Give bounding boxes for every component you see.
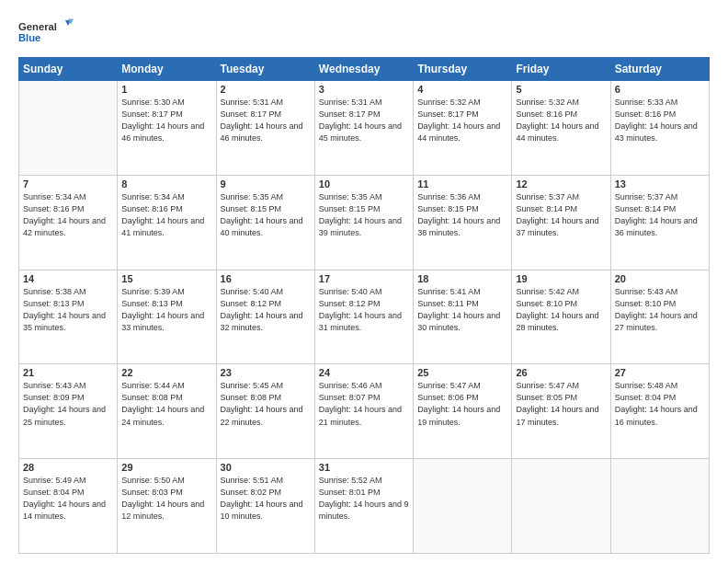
day-number: 6 [615, 84, 705, 95]
day-info: Sunrise: 5:44 AM Sunset: 8:08 PM Dayligh… [121, 380, 211, 428]
daylight: Daylight: 14 hours and 40 minutes. [221, 216, 303, 237]
day-number: 19 [516, 273, 606, 284]
sunrise: Sunrise: 5:43 AM [615, 287, 678, 296]
sunrise: Sunrise: 5:40 AM [319, 287, 382, 296]
sunset: Sunset: 8:15 PM [417, 204, 479, 213]
day-number: 3 [319, 84, 409, 95]
logo: General Blue [18, 15, 74, 48]
sunrise: Sunrise: 5:42 AM [516, 287, 579, 296]
calendar-cell [512, 459, 610, 554]
day-info: Sunrise: 5:38 AM Sunset: 8:13 PM Dayligh… [23, 286, 113, 334]
calendar-cell: 31 Sunrise: 5:52 AM Sunset: 8:01 PM Dayl… [314, 459, 413, 554]
day-number: 26 [516, 367, 606, 378]
sunrise: Sunrise: 5:40 AM [221, 287, 284, 296]
day-number: 14 [23, 273, 113, 284]
sunrise: Sunrise: 5:31 AM [221, 98, 284, 107]
sunset: Sunset: 8:04 PM [23, 488, 85, 497]
sunset: Sunset: 8:14 PM [615, 204, 677, 213]
sunrise: Sunrise: 5:32 AM [516, 98, 579, 107]
daylight: Daylight: 14 hours and 37 minutes. [516, 216, 598, 237]
day-info: Sunrise: 5:41 AM Sunset: 8:11 PM Dayligh… [417, 286, 507, 334]
svg-text:General: General [18, 21, 57, 32]
sunrise: Sunrise: 5:35 AM [221, 192, 284, 201]
logo-svg: General Blue [18, 15, 74, 48]
calendar-week-row: 7 Sunrise: 5:34 AM Sunset: 8:16 PM Dayli… [19, 175, 710, 270]
daylight: Daylight: 14 hours and 25 minutes. [23, 405, 106, 426]
calendar-cell: 16 Sunrise: 5:40 AM Sunset: 8:12 PM Dayl… [216, 270, 314, 364]
sunrise: Sunrise: 5:47 AM [516, 381, 579, 390]
day-number: 18 [417, 273, 507, 284]
sunrise: Sunrise: 5:37 AM [615, 192, 678, 201]
calendar-week-row: 28 Sunrise: 5:49 AM Sunset: 8:04 PM Dayl… [19, 459, 710, 554]
day-info: Sunrise: 5:37 AM Sunset: 8:14 PM Dayligh… [516, 191, 606, 239]
daylight: Daylight: 14 hours and 42 minutes. [23, 216, 106, 237]
sunrise: Sunrise: 5:38 AM [23, 287, 86, 296]
calendar-cell: 14 Sunrise: 5:38 AM Sunset: 8:13 PM Dayl… [19, 270, 118, 364]
sunset: Sunset: 8:16 PM [615, 109, 677, 119]
daylight: Daylight: 14 hours and 9 minutes. [319, 500, 409, 521]
daylight: Daylight: 14 hours and 24 minutes. [121, 405, 204, 426]
day-number: 29 [121, 462, 211, 473]
daylight: Daylight: 14 hours and 46 minutes. [221, 121, 303, 143]
day-number: 11 [417, 178, 507, 190]
calendar-cell: 15 Sunrise: 5:39 AM Sunset: 8:13 PM Dayl… [118, 270, 216, 364]
day-number: 31 [319, 462, 409, 473]
header: General Blue [18, 15, 710, 48]
sunset: Sunset: 8:14 PM [516, 204, 577, 213]
day-number: 23 [221, 367, 311, 378]
weekday-header-thursday: Thursday [414, 58, 512, 81]
calendar-cell: 23 Sunrise: 5:45 AM Sunset: 8:08 PM Dayl… [216, 364, 314, 459]
calendar-cell: 30 Sunrise: 5:51 AM Sunset: 8:02 PM Dayl… [216, 459, 314, 554]
calendar-cell: 26 Sunrise: 5:47 AM Sunset: 8:05 PM Dayl… [512, 364, 610, 459]
calendar-cell: 25 Sunrise: 5:47 AM Sunset: 8:06 PM Dayl… [414, 364, 512, 459]
calendar-cell: 29 Sunrise: 5:50 AM Sunset: 8:03 PM Dayl… [118, 459, 216, 554]
day-info: Sunrise: 5:36 AM Sunset: 8:15 PM Dayligh… [417, 191, 507, 239]
daylight: Daylight: 14 hours and 38 minutes. [417, 216, 500, 237]
sunrise: Sunrise: 5:50 AM [121, 476, 185, 485]
sunset: Sunset: 8:05 PM [516, 393, 577, 402]
sunset: Sunset: 8:09 PM [23, 393, 85, 402]
calendar-cell: 28 Sunrise: 5:49 AM Sunset: 8:04 PM Dayl… [19, 459, 118, 554]
daylight: Daylight: 14 hours and 39 minutes. [319, 216, 402, 237]
calendar-cell: 2 Sunrise: 5:31 AM Sunset: 8:17 PM Dayli… [216, 81, 314, 176]
weekday-header-monday: Monday [118, 58, 216, 81]
day-info: Sunrise: 5:34 AM Sunset: 8:16 PM Dayligh… [23, 191, 113, 239]
daylight: Daylight: 14 hours and 43 minutes. [615, 121, 698, 143]
sunset: Sunset: 8:16 PM [516, 109, 577, 119]
day-number: 30 [221, 462, 311, 473]
day-number: 12 [516, 178, 606, 190]
calendar-cell: 18 Sunrise: 5:41 AM Sunset: 8:11 PM Dayl… [414, 270, 512, 364]
day-info: Sunrise: 5:35 AM Sunset: 8:15 PM Dayligh… [221, 191, 311, 239]
day-number: 25 [417, 367, 507, 378]
day-number: 8 [121, 178, 211, 190]
daylight: Daylight: 14 hours and 12 minutes. [121, 500, 204, 521]
day-info: Sunrise: 5:30 AM Sunset: 8:17 PM Dayligh… [121, 97, 211, 144]
day-number: 22 [121, 367, 211, 378]
sunrise: Sunrise: 5:52 AM [319, 476, 382, 485]
daylight: Daylight: 14 hours and 10 minutes. [221, 500, 303, 521]
day-info: Sunrise: 5:31 AM Sunset: 8:17 PM Dayligh… [319, 97, 409, 144]
day-info: Sunrise: 5:43 AM Sunset: 8:09 PM Dayligh… [23, 380, 113, 428]
sunset: Sunset: 8:06 PM [417, 393, 479, 402]
calendar-cell: 7 Sunrise: 5:34 AM Sunset: 8:16 PM Dayli… [19, 175, 118, 270]
sunrise: Sunrise: 5:47 AM [417, 381, 481, 390]
daylight: Daylight: 14 hours and 14 minutes. [23, 500, 106, 521]
day-info: Sunrise: 5:48 AM Sunset: 8:04 PM Dayligh… [615, 380, 705, 428]
day-info: Sunrise: 5:33 AM Sunset: 8:16 PM Dayligh… [615, 97, 705, 144]
sunset: Sunset: 8:17 PM [221, 109, 282, 119]
weekday-header-friday: Friday [512, 58, 610, 81]
day-info: Sunrise: 5:52 AM Sunset: 8:01 PM Dayligh… [319, 475, 409, 523]
day-number: 5 [516, 84, 606, 95]
day-number: 27 [615, 367, 705, 378]
calendar-cell [610, 459, 709, 554]
sunset: Sunset: 8:10 PM [516, 299, 577, 308]
sunrise: Sunrise: 5:41 AM [417, 287, 481, 296]
sunrise: Sunrise: 5:35 AM [319, 192, 382, 201]
daylight: Daylight: 14 hours and 21 minutes. [319, 405, 402, 426]
sunset: Sunset: 8:07 PM [319, 393, 381, 402]
sunset: Sunset: 8:16 PM [121, 204, 183, 213]
daylight: Daylight: 14 hours and 16 minutes. [615, 405, 698, 426]
calendar-cell: 5 Sunrise: 5:32 AM Sunset: 8:16 PM Dayli… [512, 81, 610, 176]
daylight: Daylight: 14 hours and 36 minutes. [615, 216, 698, 237]
daylight: Daylight: 14 hours and 45 minutes. [319, 121, 402, 143]
